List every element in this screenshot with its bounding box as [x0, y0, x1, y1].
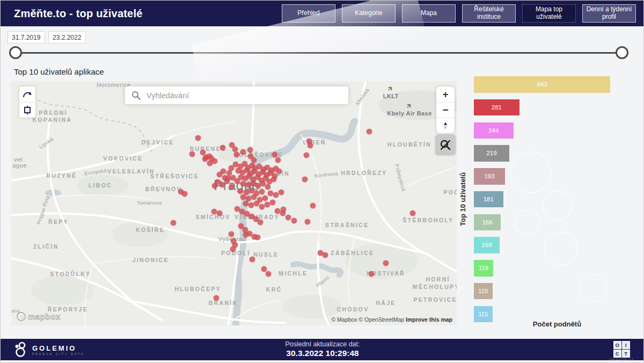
zoom-in-button[interactable]: + [436, 86, 455, 102]
slider-handle-left[interactable] [9, 46, 22, 59]
bar-value-label: 193 [474, 168, 505, 185]
map-data-point[interactable] [195, 135, 201, 141]
map-data-point[interactable] [189, 151, 195, 157]
map-data-point[interactable] [216, 210, 222, 216]
map-data-point[interactable] [409, 210, 415, 216]
map-data-point[interactable] [304, 219, 310, 225]
map-data-point[interactable] [278, 190, 284, 195]
bar-row[interactable]: 119 [474, 260, 493, 277]
draw-freehand-button[interactable] [19, 86, 35, 102]
last-update-value: 30.3.2022 10:29:48 [162, 349, 484, 358]
bar-row[interactable]: 219 [474, 145, 509, 162]
map-data-point[interactable] [229, 184, 235, 190]
date-to-box[interactable]: 23.2.2022 [48, 31, 86, 43]
disable-area-search-button[interactable] [435, 135, 456, 155]
last-update-block: Poslední aktualizace dat: 30.3.2022 10:2… [162, 340, 484, 358]
map-data-point[interactable] [291, 217, 297, 223]
map-draw-controls [19, 86, 35, 118]
map-data-point[interactable] [247, 147, 253, 153]
app-footer: GOLEMIO PRAGUE CITY DATA Poslední aktual… [1, 339, 643, 360]
map-data-point[interactable] [213, 295, 219, 301]
app-header: Změňte.to - top uživatelé PřehledKategor… [1, 1, 643, 26]
map-data-point[interactable] [237, 188, 243, 194]
map-container[interactable]: HoromericePŘEDNÍKOPANINALipskávelagueDEJ… [11, 81, 457, 325]
bar-value-label: 843 [474, 76, 610, 93]
map-data-point[interactable] [368, 271, 374, 277]
bar-row[interactable]: 843 [474, 76, 610, 93]
map-data-point[interactable] [240, 149, 246, 155]
nav-button-p-ehled[interactable]: Přehled [282, 4, 335, 23]
map-zoom-controls: + − ▲ ▼ [436, 86, 455, 133]
page-title: Změňte.to - top uživatelé [14, 1, 142, 26]
map-data-point[interactable] [281, 206, 287, 212]
section-title: Top 10 uživatelů aplikace [14, 67, 104, 76]
map-data-point[interactable] [310, 203, 316, 209]
nav-button-mapa[interactable]: Mapa [402, 4, 456, 23]
nav-button-e-itelsk-instituce[interactable]: Řešitelské instituce [462, 4, 516, 23]
map-data-point[interactable] [254, 235, 260, 241]
bar-row[interactable]: 244 [474, 122, 514, 139]
map-data-point[interactable] [230, 246, 236, 252]
attribution-mapbox[interactable]: © Mapbox [331, 316, 357, 323]
slider-handle-right[interactable] [616, 46, 628, 59]
map-data-point[interactable] [323, 252, 328, 258]
map-data-point[interactable] [240, 194, 246, 200]
zoom-out-button[interactable]: − [436, 102, 455, 118]
map-data-point[interactable] [302, 176, 308, 182]
bar-row[interactable]: 193 [474, 168, 505, 185]
map-data-point[interactable] [259, 189, 265, 195]
oict-letter-cell: O [613, 341, 621, 349]
map-data-point[interactable] [367, 129, 372, 135]
bar-row[interactable]: 166 [474, 214, 501, 231]
map-data-point[interactable] [270, 176, 276, 182]
map-data-point[interactable] [181, 191, 187, 197]
bar-row[interactable]: 159 [474, 237, 500, 253]
map-search-box[interactable] [125, 86, 348, 104]
map-data-point[interactable] [250, 257, 255, 263]
bar-row[interactable]: 181 [474, 191, 503, 208]
search-input[interactable] [145, 91, 341, 100]
draw-rectangle-button[interactable] [19, 102, 35, 118]
bar-row[interactable]: 281 [474, 99, 519, 116]
attribution-improve-link[interactable]: Improve this map [406, 316, 452, 323]
map-data-point[interactable] [265, 271, 271, 277]
map-data-point[interactable] [171, 220, 177, 226]
map-data-point[interactable] [262, 195, 268, 201]
nav-button-kategorie[interactable]: Kategorie [342, 4, 396, 23]
date-from-box[interactable]: 31.7.2019 [8, 31, 45, 43]
map-data-point[interactable] [212, 183, 218, 189]
bottom-strip [1, 360, 643, 363]
date-slider-track[interactable] [16, 52, 622, 54]
map-data-point[interactable] [251, 157, 257, 163]
map-data-point[interactable] [286, 214, 291, 220]
map-data-point[interactable] [224, 178, 230, 184]
map-data-point[interactable] [233, 151, 239, 157]
map-data-point[interactable] [275, 157, 281, 163]
map-data-point[interactable] [240, 181, 246, 187]
compass-tilt-button[interactable]: ▲ ▼ [436, 118, 455, 133]
map-data-point[interactable] [270, 200, 276, 206]
map-data-point[interactable] [243, 232, 249, 238]
map-data-point[interactable] [216, 171, 222, 177]
map-data-point[interactable] [251, 194, 257, 200]
bar-value-label: 244 [474, 122, 514, 139]
map-data-point[interactable] [276, 168, 282, 174]
chart-x-axis-label: Počet podnětů [485, 320, 630, 328]
oict-letter-cell: T [622, 350, 630, 358]
attribution-osm[interactable]: © OpenStreetMap [358, 316, 404, 323]
map-data-point[interactable] [257, 219, 263, 225]
map-data-point[interactable] [265, 184, 271, 190]
golemio-brand-subtext: PRAGUE CITY DATA [32, 353, 84, 355]
nav-button-mapa-top-u-ivatel[interactable]: Mapa top uživatelé [522, 4, 576, 23]
map-data-point[interactable] [306, 138, 312, 144]
map-data-point[interactable] [304, 152, 310, 158]
golemio-logo: GOLEMIO PRAGUE CITY DATA [14, 341, 84, 358]
bar-row[interactable]: 115 [474, 283, 493, 300]
bar-value-label: 159 [474, 237, 500, 253]
map-data-point[interactable] [229, 231, 235, 237]
nav-button-denn-a-t-denn-profil[interactable]: Denní a týdenní profil [582, 4, 636, 23]
map-data-point[interactable] [383, 260, 389, 266]
map-data-point[interactable] [207, 160, 213, 166]
map-data-point[interactable] [220, 145, 226, 151]
bar-value-label: 181 [474, 191, 503, 208]
